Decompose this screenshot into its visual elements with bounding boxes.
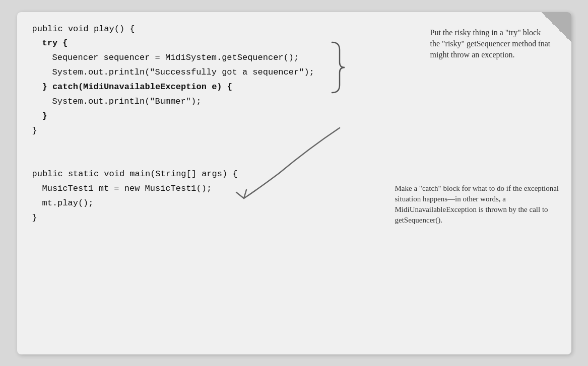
annotation-section: Put the risky thing in a "try" block. It… — [319, 12, 571, 354]
code-line-6: System.out.println("Bummer"); — [52, 95, 350, 109]
annotation-top-right: Put the risky thing in a "try" block. It… — [430, 27, 561, 61]
code-line-2: try { — [42, 36, 350, 51]
code-line-3: Sequencer sequencer = MidiSystem.getSequ… — [52, 51, 350, 65]
code-line-12: } — [32, 211, 350, 226]
code-line-5: } catch(MidiUnavailableException e) { — [42, 80, 350, 95]
page-container: public void play() { try { Sequencer seq… — [0, 0, 588, 366]
code-line-1: public void play() { — [32, 22, 350, 37]
code-line-4: System.out.println("Successfully got a s… — [52, 65, 350, 80]
content-area: public void play() { try { Sequencer seq… — [17, 12, 571, 354]
annotation-bottom: Make a "catch" block for what to do if t… — [395, 183, 566, 226]
